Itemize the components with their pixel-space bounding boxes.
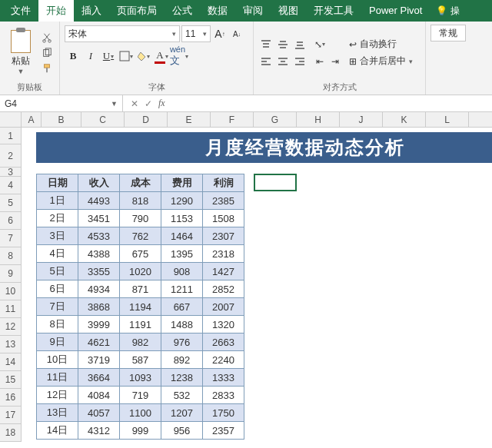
table-cell[interactable]: 1194 [120, 298, 161, 316]
table-cell[interactable]: 7日 [37, 298, 78, 316]
font-size-select[interactable]: 11▾ [181, 25, 211, 42]
table-cell[interactable]: 3451 [78, 210, 120, 227]
table-cell[interactable]: 675 [120, 245, 161, 263]
table-cell[interactable]: 999 [120, 422, 161, 440]
paste-button[interactable]: 粘贴 ▼ [5, 30, 37, 75]
row-header[interactable]: 12 [0, 318, 22, 336]
format-painter-button[interactable] [40, 61, 54, 75]
table-cell[interactable]: 2日 [37, 210, 78, 227]
table-cell[interactable]: 1093 [120, 369, 161, 387]
table-cell[interactable]: 2240 [203, 351, 244, 369]
underline-button[interactable]: U▾ [100, 48, 117, 65]
font-color-button[interactable]: A▾ [153, 48, 170, 65]
table-cell[interactable]: 790 [120, 210, 161, 227]
table-cell[interactable]: 1238 [161, 369, 203, 387]
tab-home[interactable]: 开始 [38, 0, 74, 22]
table-cell[interactable]: 587 [120, 351, 161, 369]
row-header[interactable]: 8 [0, 247, 22, 265]
merge-center-button[interactable]: ⊞合并后居中▾ [349, 54, 413, 69]
table-cell[interactable]: 667 [161, 298, 203, 316]
phonetic-button[interactable]: wén文▾ [171, 48, 188, 65]
table-cell[interactable]: 892 [161, 351, 203, 369]
row-header[interactable]: 1 [0, 128, 22, 144]
cancel-formula-button[interactable]: ✕ [131, 98, 138, 109]
col-header[interactable]: H [297, 112, 340, 127]
row-header[interactable]: 3 [0, 168, 22, 177]
col-header[interactable]: C [81, 112, 125, 127]
col-header[interactable]: B [42, 112, 81, 127]
col-header[interactable]: F [211, 112, 254, 127]
table-cell[interactable]: 3868 [78, 298, 120, 316]
table-cell[interactable]: 4934 [78, 280, 120, 298]
table-cell[interactable]: 956 [161, 422, 203, 440]
tab-formula[interactable]: 公式 [165, 0, 200, 22]
row-header[interactable]: 2 [0, 144, 22, 168]
increase-font-button[interactable]: A↑ [212, 26, 228, 41]
tab-pivot[interactable]: Power Pivot [361, 0, 430, 22]
table-cell[interactable]: 12日 [37, 387, 78, 404]
font-family-select[interactable]: 宋体▾ [65, 25, 180, 42]
table-cell[interactable]: 1290 [161, 192, 203, 210]
table-cell[interactable]: 4388 [78, 245, 120, 263]
table-cell[interactable]: 1211 [161, 280, 203, 298]
table-cell[interactable]: 1020 [120, 263, 161, 280]
table-cell[interactable]: 6日 [37, 280, 78, 298]
tab-file[interactable]: 文件 [3, 0, 38, 22]
col-header[interactable]: G [254, 112, 297, 127]
table-cell[interactable]: 5日 [37, 263, 78, 280]
col-header[interactable]: D [125, 112, 168, 127]
table-cell[interactable]: 1427 [203, 263, 244, 280]
col-header[interactable]: L [426, 112, 469, 127]
row-header[interactable]: 16 [0, 389, 22, 407]
border-button[interactable]: ▾ [118, 48, 135, 65]
table-cell[interactable]: 1508 [203, 210, 244, 227]
select-all-corner[interactable] [0, 112, 22, 127]
table-cell[interactable]: 3719 [78, 351, 120, 369]
table-cell[interactable]: 9日 [37, 334, 78, 351]
row-header[interactable]: 18 [0, 424, 22, 442]
align-right-button[interactable] [292, 54, 308, 69]
row-header[interactable]: 17 [0, 407, 22, 424]
wrap-text-button[interactable]: ↩自动换行 [349, 37, 413, 52]
table-cell[interactable]: 4084 [78, 387, 120, 404]
align-bottom-button[interactable] [292, 37, 308, 52]
align-left-button[interactable] [258, 54, 274, 69]
row-header[interactable]: 11 [0, 300, 22, 318]
orientation-button[interactable]: ⤡▾ [312, 37, 327, 52]
row-header[interactable]: 10 [0, 283, 22, 300]
row-header[interactable]: 6 [0, 212, 22, 230]
table-cell[interactable]: 976 [161, 334, 203, 351]
table-cell[interactable]: 2833 [203, 387, 244, 404]
table-cell[interactable]: 4621 [78, 334, 120, 351]
row-header[interactable]: 7 [0, 230, 22, 247]
table-cell[interactable]: 3日 [37, 227, 78, 245]
table-cell[interactable]: 2318 [203, 245, 244, 263]
table-cell[interactable]: 2357 [203, 422, 244, 440]
name-box[interactable]: G4▼ [0, 95, 123, 111]
table-cell[interactable]: 2385 [203, 192, 244, 210]
table-cell[interactable]: 11日 [37, 369, 78, 387]
row-header[interactable]: 14 [0, 353, 22, 371]
table-cell[interactable]: 8日 [37, 316, 78, 334]
table-cell[interactable]: 13日 [37, 404, 78, 422]
number-format-select[interactable]: 常规 [430, 25, 466, 41]
row-header[interactable]: 4 [0, 177, 22, 194]
table-cell[interactable]: 3999 [78, 316, 120, 334]
table-cell[interactable]: 2663 [203, 334, 244, 351]
table-cell[interactable]: 4312 [78, 422, 120, 440]
cell-grid[interactable]: 月度经营数据动态分析 日期收入成本费用利润1日4493818129023852日… [22, 128, 492, 442]
fx-icon[interactable]: fx [158, 98, 165, 109]
table-cell[interactable]: 719 [120, 387, 161, 404]
cut-button[interactable] [40, 31, 54, 45]
decrease-indent-button[interactable]: ⇤ [312, 54, 327, 69]
table-cell[interactable]: 1488 [161, 316, 203, 334]
table-cell[interactable]: 1100 [120, 404, 161, 422]
table-cell[interactable]: 1464 [161, 227, 203, 245]
table-cell[interactable]: 3355 [78, 263, 120, 280]
table-cell[interactable]: 1395 [161, 245, 203, 263]
tell-me[interactable]: 💡 操 [436, 5, 460, 18]
tab-layout[interactable]: 页面布局 [109, 0, 165, 22]
tab-view[interactable]: 视图 [271, 0, 306, 22]
row-header[interactable]: 15 [0, 371, 22, 389]
increase-indent-button[interactable]: ⇥ [327, 54, 343, 69]
